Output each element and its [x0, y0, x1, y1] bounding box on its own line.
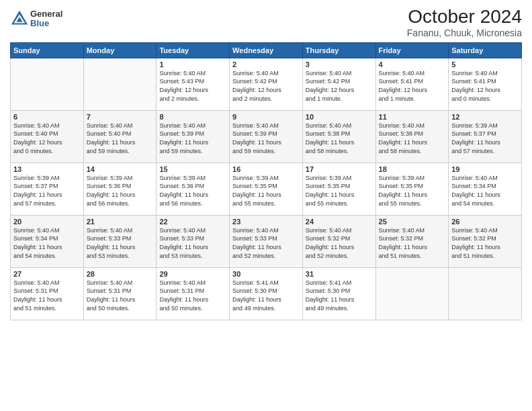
day-number: 25 — [379, 218, 446, 226]
day-number: 1 — [159, 60, 226, 68]
day-number: 21 — [87, 218, 154, 226]
title-block: October 2024 Fananu, Chuuk, Micronesia — [407, 7, 522, 38]
day-number: 23 — [232, 218, 300, 226]
calendar-cell: 31Sunrise: 5:41 AM Sunset: 5:30 PM Dayli… — [302, 267, 375, 320]
day-info: Sunrise: 5:40 AM Sunset: 5:41 PM Dayligh… — [451, 69, 519, 103]
calendar-cell: 23Sunrise: 5:40 AM Sunset: 5:33 PM Dayli… — [230, 215, 303, 267]
weekday-header-friday: Friday — [375, 42, 449, 58]
calendar-cell: 17Sunrise: 5:39 AM Sunset: 5:35 PM Dayli… — [302, 163, 375, 215]
calendar-cell: 10Sunrise: 5:40 AM Sunset: 5:38 PM Dayli… — [302, 110, 375, 163]
calendar-cell: 12Sunrise: 5:39 AM Sunset: 5:37 PM Dayli… — [449, 110, 522, 163]
day-info: Sunrise: 5:40 AM Sunset: 5:32 PM Dayligh… — [379, 226, 446, 260]
day-number: 8 — [159, 113, 226, 121]
day-info: Sunrise: 5:39 AM Sunset: 5:36 PM Dayligh… — [159, 174, 226, 208]
day-info: Sunrise: 5:39 AM Sunset: 5:36 PM Dayligh… — [87, 174, 154, 208]
calendar-cell: 15Sunrise: 5:39 AM Sunset: 5:36 PM Dayli… — [157, 163, 230, 215]
day-info: Sunrise: 5:40 AM Sunset: 5:39 PM Dayligh… — [232, 122, 300, 155]
calendar-cell: 1Sunrise: 5:40 AM Sunset: 5:43 PM Daylig… — [157, 58, 230, 110]
day-info: Sunrise: 5:39 AM Sunset: 5:35 PM Dayligh… — [306, 174, 373, 208]
day-number: 18 — [379, 165, 446, 173]
day-number: 9 — [232, 113, 300, 121]
calendar-cell: 24Sunrise: 5:40 AM Sunset: 5:32 PM Dayli… — [302, 215, 375, 267]
calendar-cell — [11, 58, 84, 110]
day-info: Sunrise: 5:40 AM Sunset: 5:40 PM Dayligh… — [87, 122, 154, 155]
day-info: Sunrise: 5:40 AM Sunset: 5:34 PM Dayligh… — [13, 226, 81, 260]
day-number: 30 — [232, 270, 300, 278]
day-info: Sunrise: 5:40 AM Sunset: 5:33 PM Dayligh… — [159, 226, 226, 260]
header: General Blue October 2024 Fananu, Chuuk,… — [10, 7, 522, 38]
logo-blue-text: Blue — [30, 19, 62, 28]
calendar-table: SundayMondayTuesdayWednesdayThursdayFrid… — [10, 42, 522, 320]
weekday-header-sunday: Sunday — [11, 42, 84, 58]
weekday-header-monday: Monday — [83, 42, 157, 58]
calendar-cell: 20Sunrise: 5:40 AM Sunset: 5:34 PM Dayli… — [11, 215, 84, 267]
calendar-cell: 13Sunrise: 5:39 AM Sunset: 5:37 PM Dayli… — [11, 163, 84, 215]
day-number: 12 — [451, 113, 519, 121]
week-row-3: 13Sunrise: 5:39 AM Sunset: 5:37 PM Dayli… — [11, 163, 522, 215]
day-info: Sunrise: 5:40 AM Sunset: 5:38 PM Dayligh… — [306, 122, 373, 155]
day-number: 7 — [87, 113, 154, 121]
calendar-cell: 9Sunrise: 5:40 AM Sunset: 5:39 PM Daylig… — [230, 110, 303, 163]
calendar-cell — [375, 267, 449, 320]
page: General Blue October 2024 Fananu, Chuuk,… — [0, 0, 532, 411]
day-number: 29 — [159, 270, 226, 278]
day-info: Sunrise: 5:39 AM Sunset: 5:37 PM Dayligh… — [451, 122, 519, 155]
week-row-4: 20Sunrise: 5:40 AM Sunset: 5:34 PM Dayli… — [11, 215, 522, 267]
day-info: Sunrise: 5:40 AM Sunset: 5:42 PM Dayligh… — [232, 69, 300, 103]
day-number: 4 — [379, 60, 446, 68]
day-info: Sunrise: 5:39 AM Sunset: 5:37 PM Dayligh… — [13, 174, 81, 208]
calendar-cell: 18Sunrise: 5:39 AM Sunset: 5:35 PM Dayli… — [375, 163, 449, 215]
day-info: Sunrise: 5:40 AM Sunset: 5:41 PM Dayligh… — [379, 69, 446, 103]
day-number: 17 — [306, 165, 373, 173]
day-number: 3 — [306, 60, 373, 68]
day-number: 20 — [13, 218, 81, 226]
week-row-5: 27Sunrise: 5:40 AM Sunset: 5:31 PM Dayli… — [11, 267, 522, 320]
day-number: 26 — [451, 218, 519, 226]
day-number: 6 — [13, 113, 81, 121]
day-info: Sunrise: 5:40 AM Sunset: 5:31 PM Dayligh… — [87, 279, 154, 312]
calendar-cell: 14Sunrise: 5:39 AM Sunset: 5:36 PM Dayli… — [83, 163, 157, 215]
calendar-subtitle: Fananu, Chuuk, Micronesia — [407, 28, 522, 38]
day-number: 2 — [232, 60, 300, 68]
day-info: Sunrise: 5:40 AM Sunset: 5:32 PM Dayligh… — [451, 226, 519, 260]
day-number: 27 — [13, 270, 81, 278]
weekday-header-saturday: Saturday — [449, 42, 522, 58]
day-info: Sunrise: 5:40 AM Sunset: 5:34 PM Dayligh… — [451, 174, 519, 208]
calendar-cell — [83, 58, 157, 110]
calendar-cell: 16Sunrise: 5:39 AM Sunset: 5:35 PM Dayli… — [230, 163, 303, 215]
day-number: 15 — [159, 165, 226, 173]
day-number: 13 — [13, 165, 81, 173]
day-info: Sunrise: 5:40 AM Sunset: 5:38 PM Dayligh… — [379, 122, 446, 155]
day-info: Sunrise: 5:40 AM Sunset: 5:31 PM Dayligh… — [159, 279, 226, 312]
calendar-cell: 29Sunrise: 5:40 AM Sunset: 5:31 PM Dayli… — [157, 267, 230, 320]
day-info: Sunrise: 5:40 AM Sunset: 5:39 PM Dayligh… — [159, 122, 226, 155]
week-row-1: 1Sunrise: 5:40 AM Sunset: 5:43 PM Daylig… — [11, 58, 522, 110]
calendar-cell — [449, 267, 522, 320]
calendar-title: October 2024 — [407, 7, 522, 28]
logo: General Blue — [10, 9, 62, 29]
logo-general-text: General — [30, 9, 62, 19]
calendar-cell: 30Sunrise: 5:41 AM Sunset: 5:30 PM Dayli… — [230, 267, 303, 320]
day-info: Sunrise: 5:40 AM Sunset: 5:42 PM Dayligh… — [306, 69, 373, 103]
day-info: Sunrise: 5:41 AM Sunset: 5:30 PM Dayligh… — [232, 279, 300, 312]
calendar-cell: 26Sunrise: 5:40 AM Sunset: 5:32 PM Dayli… — [449, 215, 522, 267]
day-number: 14 — [87, 165, 154, 173]
day-number: 5 — [451, 60, 519, 68]
calendar-cell: 6Sunrise: 5:40 AM Sunset: 5:40 PM Daylig… — [11, 110, 84, 163]
day-info: Sunrise: 5:39 AM Sunset: 5:35 PM Dayligh… — [379, 174, 446, 208]
day-number: 19 — [451, 165, 519, 173]
day-number: 28 — [87, 270, 154, 278]
day-number: 22 — [159, 218, 226, 226]
calendar-cell: 3Sunrise: 5:40 AM Sunset: 5:42 PM Daylig… — [302, 58, 375, 110]
weekday-header-tuesday: Tuesday — [157, 42, 230, 58]
day-number: 31 — [306, 270, 373, 278]
day-info: Sunrise: 5:40 AM Sunset: 5:43 PM Dayligh… — [159, 69, 226, 103]
calendar-cell: 27Sunrise: 5:40 AM Sunset: 5:31 PM Dayli… — [11, 267, 84, 320]
day-info: Sunrise: 5:40 AM Sunset: 5:32 PM Dayligh… — [306, 226, 373, 260]
calendar-cell: 28Sunrise: 5:40 AM Sunset: 5:31 PM Dayli… — [83, 267, 157, 320]
day-info: Sunrise: 5:40 AM Sunset: 5:33 PM Dayligh… — [87, 226, 154, 260]
logo-text: General Blue — [30, 9, 62, 29]
day-number: 16 — [232, 165, 300, 173]
calendar-cell: 22Sunrise: 5:40 AM Sunset: 5:33 PM Dayli… — [157, 215, 230, 267]
logo-icon — [10, 9, 29, 28]
